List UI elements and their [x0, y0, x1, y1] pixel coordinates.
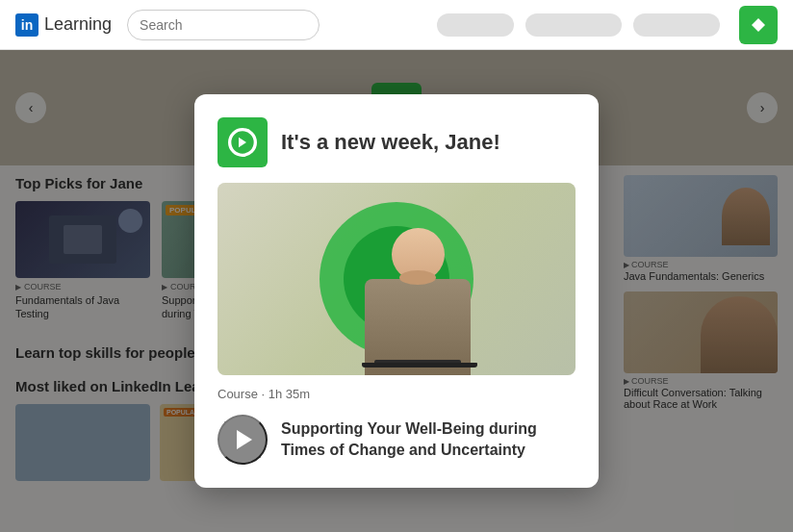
search-input[interactable] — [127, 10, 320, 40]
laptop-base — [362, 363, 477, 367]
welcome-modal: It's a new week, Jane! — [194, 94, 599, 488]
main-nav — [437, 6, 778, 44]
person-head — [392, 228, 445, 281]
modal-overlay[interactable]: It's a new week, Jane! — [0, 50, 793, 532]
modal-flexis-icon — [227, 127, 258, 158]
nav-item-3[interactable] — [633, 13, 720, 37]
flexis-logo-icon — [747, 13, 770, 37]
brand-logo[interactable]: in Learning — [15, 13, 112, 37]
app-header: in Learning — [0, 0, 793, 50]
linkedin-icon: in — [15, 13, 38, 37]
person-figure — [365, 228, 471, 375]
modal-course-title: Supporting Your Well-Being during Times … — [281, 418, 576, 462]
modal-greeting-text: It's a new week, Jane! — [281, 130, 500, 155]
modal-course-image — [217, 183, 576, 375]
app-title: Learning — [44, 14, 112, 35]
play-icon — [237, 430, 252, 449]
modal-course-row: Supporting Your Well-Being during Times … — [217, 415, 576, 465]
play-button[interactable] — [217, 415, 268, 465]
nav-item-1[interactable] — [437, 13, 514, 37]
modal-header: It's a new week, Jane! — [217, 117, 576, 167]
nav-item-2[interactable] — [525, 13, 622, 37]
course-meta: Course · 1h 35m — [217, 387, 576, 401]
modal-flexis-logo — [217, 117, 268, 167]
main-content: ‹ › Top Picks for Jane — [0, 50, 793, 532]
flexis-avatar-button[interactable] — [739, 6, 778, 44]
person-body — [365, 279, 471, 375]
